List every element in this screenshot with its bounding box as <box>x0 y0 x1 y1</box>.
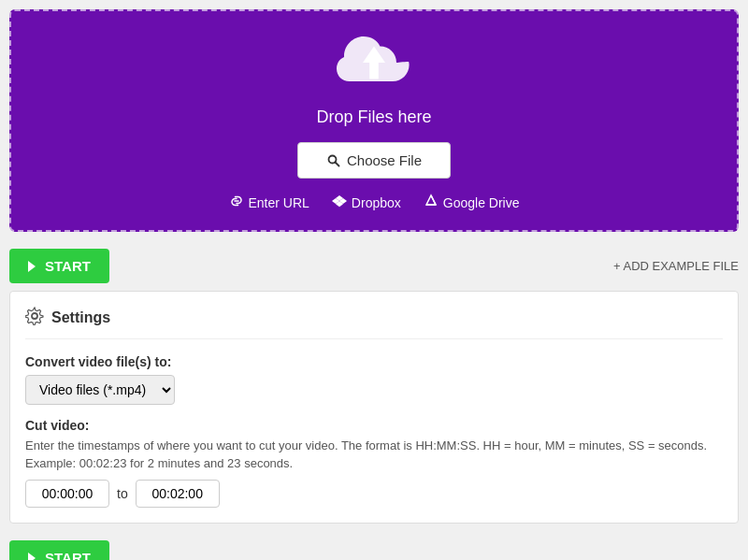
cloud-upload-icon <box>337 30 411 98</box>
enter-url-link[interactable]: Enter URL <box>229 194 309 211</box>
svg-line-9 <box>431 195 436 205</box>
chevron-right-icon <box>28 261 36 272</box>
dropbox-label: Dropbox <box>352 195 401 210</box>
drop-files-text: Drop Files here <box>316 108 431 127</box>
start-button-top[interactable]: START <box>9 249 109 283</box>
add-example-link[interactable]: + ADD EXAMPLE FILE <box>613 259 739 273</box>
dropbox-icon <box>332 194 347 211</box>
settings-panel: Settings Convert video file(s) to: Video… <box>9 291 739 524</box>
add-example-label: + ADD EXAMPLE FILE <box>613 259 739 273</box>
convert-label: Convert video file(s) to: <box>25 354 723 369</box>
svg-point-11 <box>32 313 37 319</box>
cut-video-description: Enter the timestamps of where you want t… <box>25 438 723 452</box>
top-toolbar: START + ADD EXAMPLE FILE <box>0 241 748 291</box>
link-icon <box>229 194 244 211</box>
settings-gear-icon <box>25 307 44 329</box>
start-time-input[interactable] <box>25 480 109 508</box>
end-time-input[interactable] <box>136 480 220 508</box>
time-range-inputs: to <box>25 480 723 508</box>
settings-title-text: Settings <box>51 309 110 326</box>
google-drive-link[interactable]: Google Drive <box>424 194 520 211</box>
drive-icon <box>424 194 439 211</box>
external-link-options: Enter URL Dropbox <box>229 194 520 211</box>
search-circle-icon <box>326 153 341 168</box>
to-label: to <box>117 486 128 501</box>
format-select[interactable]: Video files (*.mp4) Video files (*.avi) … <box>25 375 175 405</box>
start-label-top: START <box>45 258 91 274</box>
google-drive-label: Google Drive <box>443 195 520 210</box>
enter-url-label: Enter URL <box>249 195 309 210</box>
choose-file-button[interactable]: Choose File <box>297 142 451 179</box>
convert-format-group: Convert video file(s) to: Video files (*… <box>25 354 723 405</box>
choose-file-label: Choose File <box>347 152 422 168</box>
upload-dropzone[interactable]: Drop Files here Choose File Enter URL <box>9 9 739 232</box>
svg-line-2 <box>335 162 338 165</box>
chevron-right-icon-bottom <box>28 553 36 561</box>
dropbox-link[interactable]: Dropbox <box>332 194 401 211</box>
settings-title: Settings <box>25 307 723 339</box>
cut-video-section: Cut video: Enter the timestamps of where… <box>25 418 723 508</box>
cut-video-title: Cut video: <box>25 418 723 433</box>
start-label-bottom: START <box>45 550 91 560</box>
bottom-toolbar: START <box>0 533 748 560</box>
cut-video-example: Example: 00:02:23 for 2 minutes and 23 s… <box>25 456 723 470</box>
start-button-bottom[interactable]: START <box>9 540 109 560</box>
